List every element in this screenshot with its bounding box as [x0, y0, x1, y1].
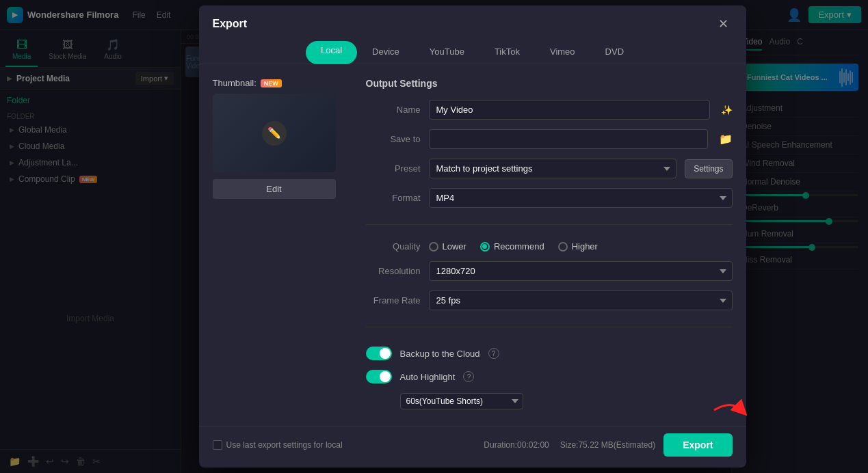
backup-cloud-row: Backup to the Cloud ?: [366, 347, 733, 360]
auto-highlight-row: Auto Highlight ?: [366, 370, 733, 383]
format-row: Format MP4: [366, 188, 733, 208]
duration-label: Duration:00:02:00: [484, 440, 549, 450]
dialog-tabs: Local Device YouTube TikTok Vimeo DVD: [199, 33, 746, 64]
resolution-select[interactable]: 1280x720: [429, 261, 733, 281]
name-input[interactable]: [429, 100, 710, 120]
thumbnail-edit-button[interactable]: Edit: [213, 179, 336, 199]
thumb-gradient: ✏️: [213, 94, 336, 172]
radio-circle-lower: [429, 242, 438, 252]
auto-highlight-toggle[interactable]: [366, 370, 392, 383]
quality-recommend[interactable]: Recommend: [480, 241, 544, 252]
tab-vimeo[interactable]: Vimeo: [535, 41, 590, 64]
name-label: Name: [366, 105, 421, 115]
auto-highlight-help-icon[interactable]: ?: [463, 371, 474, 382]
frame-rate-row: Frame Rate 25 fps: [366, 290, 733, 310]
settings-button[interactable]: Settings: [685, 159, 732, 178]
toggle-section: Backup to the Cloud ? Auto Highlight ? 6…: [366, 344, 733, 412]
export-dialog: Export ✕ Local Device YouTube TikTok Vim…: [199, 5, 746, 468]
tab-youtube[interactable]: YouTube: [415, 41, 479, 64]
tab-tiktok[interactable]: TikTok: [479, 41, 535, 64]
ai-icon[interactable]: ✨: [721, 105, 733, 116]
format-select[interactable]: MP4: [429, 188, 733, 208]
quality-options: Lower Recommend Higher: [429, 241, 598, 252]
resolution-row: Resolution 1280x720: [366, 261, 733, 281]
dialog-close-button[interactable]: ✕: [715, 15, 733, 33]
export-main-button[interactable]: Export: [663, 433, 732, 457]
tab-dvd[interactable]: DVD: [590, 41, 639, 64]
dialog-header: Export ✕: [199, 5, 746, 33]
resolution-label: Resolution: [366, 266, 421, 276]
preset-select[interactable]: Match to project settings: [429, 159, 677, 178]
quality-label: Quality: [366, 241, 421, 252]
use-last-checkbox[interactable]: Use last export settings for local: [213, 440, 343, 450]
divider-2: [366, 327, 733, 327]
edit-icon-circle: ✏️: [262, 121, 287, 146]
format-label: Format: [366, 193, 421, 203]
auto-highlight-label: Auto Highlight: [400, 372, 456, 382]
dialog-body: Thumbnail: NEW ✏️ Edit Output Settings N…: [199, 64, 746, 426]
toggle-knob: [380, 348, 391, 359]
output-settings: Output Settings Name ✨ Save to 📁 Preset: [366, 78, 733, 412]
radio-circle-higher: [558, 242, 568, 252]
thumbnail-new-badge: NEW: [261, 79, 282, 87]
thumbnail-area: Thumbnail: NEW ✏️ Edit: [213, 78, 350, 412]
backup-cloud-help-icon[interactable]: ?: [488, 348, 499, 359]
highlight-select-row: 60s(YouTube Shorts): [366, 393, 733, 409]
dialog-title: Export: [213, 18, 248, 30]
output-settings-title: Output Settings: [366, 78, 733, 89]
dialog-footer: Use last export settings for local Durat…: [199, 426, 746, 468]
save-to-input[interactable]: [429, 129, 708, 149]
radio-dot: [482, 244, 487, 249]
backup-cloud-toggle[interactable]: [366, 347, 392, 360]
toggle-knob: [380, 371, 391, 382]
name-row: Name ✨: [366, 100, 733, 120]
radio-circle-recommend: [480, 242, 490, 252]
save-to-row: Save to 📁: [366, 129, 733, 149]
size-label: Size:75.22 MB(Estimated): [560, 440, 655, 450]
settings-grid: Name ✨ Save to 📁 Preset Match to project…: [366, 100, 733, 412]
save-to-label: Save to: [366, 134, 421, 144]
preset-label: Preset: [366, 163, 421, 174]
quality-lower[interactable]: Lower: [429, 241, 466, 252]
quality-higher[interactable]: Higher: [558, 241, 598, 252]
divider: [366, 224, 733, 225]
thumbnail-label: Thumbnail: NEW: [213, 78, 350, 88]
thumbnail-box[interactable]: ✏️: [213, 94, 336, 172]
tab-local[interactable]: Local: [306, 41, 357, 64]
frame-rate-label: Frame Rate: [366, 295, 421, 306]
quality-row: Quality Lower Recommend: [366, 241, 733, 252]
backup-cloud-label: Backup to the Cloud: [400, 349, 480, 359]
tab-device[interactable]: Device: [357, 41, 415, 64]
frame-rate-select[interactable]: 25 fps: [429, 290, 733, 310]
highlight-duration-select[interactable]: 60s(YouTube Shorts): [400, 393, 523, 409]
duration-info: Duration:00:02:00 Size:75.22 MB(Estimate…: [484, 440, 655, 450]
browse-folder-button[interactable]: 📁: [719, 133, 733, 146]
checkbox[interactable]: [213, 440, 222, 450]
preset-row: Preset Match to project settings Setting…: [366, 159, 733, 178]
